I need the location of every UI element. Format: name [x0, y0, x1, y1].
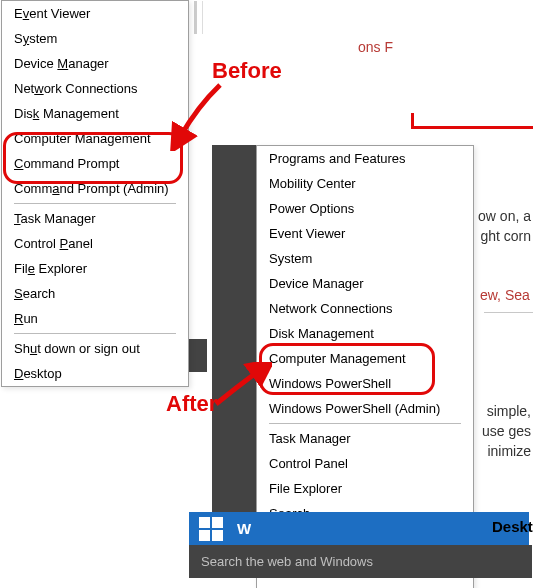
menu-item[interactable]: File Explorer: [257, 476, 473, 501]
menu-item[interactable]: Event Viewer: [257, 221, 473, 246]
winx-menu-before: Event ViewerSystemDevice ManagerNetwork …: [1, 0, 189, 387]
menu-item[interactable]: Computer Management: [257, 346, 473, 371]
menu-item[interactable]: Windows PowerShell: [257, 371, 473, 396]
menu-item[interactable]: Windows PowerShell (Admin): [257, 396, 473, 421]
label-after: After: [166, 391, 217, 417]
menu-divider: [14, 203, 176, 204]
menu-item[interactable]: Shut down or sign out: [2, 336, 188, 361]
menu-item[interactable]: Task Manager: [257, 426, 473, 451]
menu-item[interactable]: Event Viewer: [2, 1, 188, 26]
menu-item[interactable]: Mobility Center: [257, 171, 473, 196]
search-bar-after[interactable]: Search the web and Windows: [189, 545, 532, 578]
menu-item[interactable]: System: [257, 246, 473, 271]
menu-item[interactable]: Search: [2, 281, 188, 306]
search-placeholder: Search the web and Windows: [189, 554, 532, 569]
menu-item[interactable]: System: [2, 26, 188, 51]
taskbar-text: W: [237, 520, 251, 537]
menu-item[interactable]: File Explorer: [2, 256, 188, 281]
menu-item[interactable]: Device Manager: [257, 271, 473, 296]
menu-item[interactable]: Control Panel: [2, 231, 188, 256]
bg-text: use ges: [482, 423, 531, 439]
menu-item[interactable]: Disk Management: [2, 101, 188, 126]
menu-item[interactable]: Command Prompt: [2, 151, 188, 176]
menu-item[interactable]: Device Manager: [2, 51, 188, 76]
bg-text: simple,: [487, 403, 531, 419]
menu-item[interactable]: Task Manager: [2, 206, 188, 231]
menu-item[interactable]: Programs and Features: [257, 146, 473, 171]
menu-item[interactable]: Disk Management: [257, 321, 473, 346]
bg-text: Deskt: [492, 518, 533, 535]
bg-text: ght corn: [480, 228, 531, 244]
menu-item[interactable]: Desktop: [257, 581, 473, 588]
menu-divider: [14, 333, 176, 334]
bg-text: ow on, a: [478, 208, 531, 224]
menu-divider: [269, 423, 461, 424]
menu-item[interactable]: Control Panel: [257, 451, 473, 476]
taskbar-after[interactable]: W: [189, 512, 529, 545]
taskbar-dark-column: [212, 145, 256, 545]
menu-item[interactable]: Network Connections: [2, 76, 188, 101]
menu-item[interactable]: Command Prompt (Admin): [2, 176, 188, 201]
menu-item[interactable]: Desktop: [2, 361, 188, 386]
bg-text: ons F: [358, 39, 393, 55]
bg-text: ew, Sea: [480, 287, 530, 303]
menu-item[interactable]: Power Options: [257, 196, 473, 221]
bg-text: inimize: [487, 443, 531, 459]
menu-item[interactable]: Computer Management: [2, 126, 188, 151]
menu-item[interactable]: Run: [2, 306, 188, 331]
label-before: Before: [212, 58, 282, 84]
start-icon[interactable]: [199, 517, 223, 541]
menu-item[interactable]: Network Connections: [257, 296, 473, 321]
